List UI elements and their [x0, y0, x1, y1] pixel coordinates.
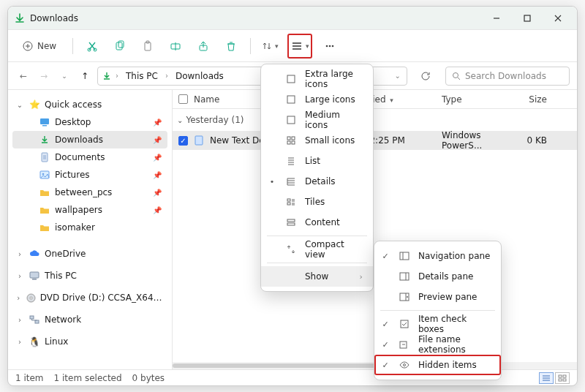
- window-title: Downloads: [30, 13, 78, 23]
- svg-point-13: [329, 45, 331, 47]
- sidebar-item-label: Downloads: [55, 135, 103, 145]
- sidebar-item-this-pc[interactable]: ›This PC: [12, 267, 167, 284]
- sidebar-item-isomaker[interactable]: isomaker: [12, 219, 167, 236]
- svg-rect-17: [40, 118, 49, 124]
- cut-button[interactable]: [82, 36, 102, 56]
- file-name: New Text Do: [210, 135, 265, 146]
- col-size[interactable]: Size: [509, 94, 553, 105]
- recent-button[interactable]: ⌄: [56, 68, 72, 84]
- svg-rect-27: [35, 320, 39, 323]
- menu-item-hidden-items[interactable]: ✓Hidden items: [374, 355, 501, 375]
- file-icon: [194, 135, 204, 146]
- menu-label: Details pane: [418, 271, 491, 282]
- pin-icon: 📌: [153, 136, 165, 144]
- menu-item-medium-icons[interactable]: Medium icons: [261, 110, 373, 130]
- svg-rect-7: [145, 42, 151, 50]
- star-icon: ⭐: [29, 99, 40, 110]
- menu-item-file-name-extensions[interactable]: ✓File name extensions: [374, 334, 501, 355]
- new-button[interactable]: New: [15, 36, 64, 56]
- menu-item-list[interactable]: List: [261, 151, 373, 171]
- up-button[interactable]: ↑: [77, 68, 93, 84]
- copy-button[interactable]: [110, 36, 130, 56]
- check-icon: ✓: [380, 252, 390, 261]
- menu-item-extra-large-icons[interactable]: Extra large icons: [261, 69, 373, 89]
- maximize-button[interactable]: [518, 10, 536, 27]
- menu-label: Preview pane: [418, 292, 491, 302]
- scrollbar-thumb[interactable]: [173, 363, 395, 368]
- minimize-button[interactable]: [488, 10, 505, 27]
- sidebar-quick-access[interactable]: ⌄ ⭐ Quick access: [12, 96, 167, 113]
- close-button[interactable]: [549, 10, 567, 27]
- chevron-right-icon: ›: [15, 272, 24, 280]
- menu-item-navigation-pane[interactable]: ✓Navigation pane: [374, 246, 501, 266]
- sort-button[interactable]: ▾: [260, 36, 280, 56]
- search-input[interactable]: Search Downloads: [445, 67, 570, 86]
- sidebar-item-linux[interactable]: ›🐧Linux: [12, 333, 167, 350]
- svg-point-53: [404, 364, 406, 366]
- col-name[interactable]: Name: [194, 94, 219, 105]
- svg-rect-33: [287, 75, 295, 83]
- chevron-right-icon[interactable]: ›: [164, 72, 170, 80]
- breadcrumb-segment[interactable]: This PC: [123, 69, 161, 83]
- share-button[interactable]: [193, 36, 214, 56]
- menu-label: Extra large icons: [305, 69, 363, 89]
- sidebar-item-downloads[interactable]: Downloads📌: [12, 131, 167, 148]
- forward-button[interactable]: →: [36, 68, 52, 84]
- svg-rect-29: [559, 375, 562, 377]
- menu-item-tiles[interactable]: Tiles: [261, 192, 373, 212]
- back-button[interactable]: ←: [15, 68, 31, 84]
- down-icon: [39, 135, 50, 144]
- col-type[interactable]: Type: [436, 94, 509, 105]
- menu-item-item-check-boxes[interactable]: ✓Item check boxes: [374, 314, 501, 334]
- rename-button[interactable]: [165, 36, 186, 56]
- sidebar-item-label: Documents: [55, 152, 105, 162]
- group-header[interactable]: ⌄ Yesterday (1): [177, 115, 244, 125]
- chevron-down-icon: ⌄: [177, 116, 183, 124]
- more-button[interactable]: [320, 36, 340, 56]
- view-button[interactable]: ▾: [290, 36, 310, 56]
- menu-label: Small icons: [305, 135, 363, 146]
- menu-item-details[interactable]: •Details: [261, 171, 373, 192]
- menu-label: Navigation pane: [418, 251, 491, 261]
- menu-item-large-icons[interactable]: Large icons: [261, 89, 373, 110]
- paste-button[interactable]: [137, 36, 158, 56]
- sidebar-item-wallpapers[interactable]: wallpapers📌: [12, 201, 167, 219]
- pin-icon: 📌: [153, 189, 165, 197]
- svg-rect-43: [287, 223, 295, 225]
- menu-item-compact-view[interactable]: Compact view: [261, 239, 373, 260]
- column-headers: Name dified ▾ Type Size: [173, 90, 577, 109]
- smallgrid-icon: [284, 135, 298, 146]
- group-label: Yesterday (1): [186, 115, 244, 125]
- menu-item-content[interactable]: Content: [261, 212, 373, 233]
- table-row[interactable]: ✓ New Text Do 3 2:25 PM Windows PowerS..…: [173, 131, 577, 150]
- menu-item-preview-pane[interactable]: Preview pane: [374, 287, 501, 307]
- chevron-right-icon[interactable]: ›: [114, 72, 120, 80]
- select-all-checkbox[interactable]: [178, 94, 188, 104]
- navpane-icon: [398, 252, 411, 260]
- row-checkbox[interactable]: ✓: [178, 136, 188, 146]
- svg-rect-1: [524, 15, 530, 21]
- menu-item-small-icons[interactable]: Small icons: [261, 130, 373, 151]
- menu-label: Item check boxes: [418, 314, 491, 334]
- folder-icon: [39, 206, 50, 214]
- pin-icon: 📌: [153, 118, 165, 127]
- delete-button[interactable]: [221, 36, 241, 56]
- sidebar-item-dvd-drive-d-ccsa-x64fre-en-us-d[interactable]: ›DVD Drive (D:) CCSA_X64FRE_EN-US_D: [12, 289, 167, 306]
- breadcrumb-segment[interactable]: Downloads: [173, 69, 227, 83]
- sidebar-item-documents[interactable]: Documents📌: [12, 148, 167, 166]
- details-view-toggle[interactable]: [539, 372, 554, 384]
- sidebar-item-between_pcs[interactable]: between_pcs📌: [12, 184, 167, 201]
- chevron-down-icon[interactable]: ⌄: [393, 72, 402, 80]
- sidebar-item-network[interactable]: ›Network: [12, 311, 167, 328]
- sidebar-item-pictures[interactable]: Pictures📌: [12, 166, 167, 184]
- refresh-button[interactable]: [416, 67, 435, 86]
- icons-view-toggle[interactable]: [555, 372, 570, 384]
- svg-rect-51: [401, 320, 408, 328]
- sidebar-item-desktop[interactable]: Desktop📌: [12, 113, 167, 131]
- menu-item-show[interactable]: Show›: [261, 266, 373, 287]
- chevron-down-icon: ▾: [306, 42, 309, 50]
- menu-label: Show: [305, 271, 352, 282]
- menu-item-details-pane[interactable]: Details pane: [374, 266, 501, 287]
- share-icon: [197, 40, 209, 52]
- sidebar-item-onedrive[interactable]: ›OneDrive: [12, 245, 167, 263]
